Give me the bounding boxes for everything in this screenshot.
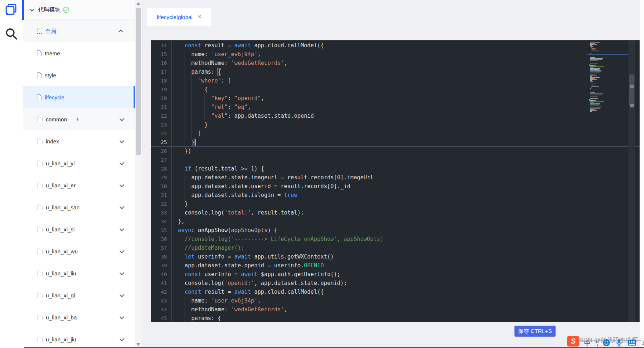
indent-guide (171, 226, 172, 235)
sidebar-item-全局[interactable]: 全局 (23, 20, 135, 42)
sidebar-item-style[interactable]: style (23, 64, 135, 86)
sidebar-item-u_lian_xi_jiu[interactable]: u_lian_xi_jiu (23, 328, 135, 348)
chevron-up-icon[interactable] (119, 30, 123, 34)
sidebar-item-u_lian_xi_ba[interactable]: u_lian_xi_ba (23, 306, 135, 328)
code-line-22: 22 "val": app.dataset.state.openid (151, 111, 640, 120)
indent-guide (204, 103, 205, 111)
chevron-down-icon[interactable] (120, 293, 124, 297)
indent-guide (171, 208, 172, 217)
microphone-icon[interactable] (615, 339, 623, 348)
line-number: 29 (151, 173, 167, 182)
active-rail-indicator (22, 0, 24, 20)
file-tree-header: 代码模块 (23, 0, 135, 20)
indent-guide (171, 94, 172, 103)
code-lines: 14 const result = await app.cloud.callMo… (151, 41, 640, 322)
indent-guide (185, 314, 185, 322)
indent-guide (204, 94, 205, 103)
sidebar-item-u_lian_xi_yi[interactable]: u_lian_xi_yi (23, 152, 135, 174)
code-line-44: 44 methodName: 'wedaGetRecords', (151, 305, 640, 314)
indent-guide (178, 261, 178, 270)
chevron-down-icon[interactable] (120, 117, 124, 121)
editor-minimap[interactable] (587, 40, 629, 322)
page-scrollbar[interactable] (640, 0, 644, 348)
indent-guide (191, 111, 192, 120)
scroll-down-arrow-icon[interactable] (137, 343, 140, 346)
item-label: u_lian_xi_yi (46, 160, 74, 166)
file-tree-panel: 代码模块 全局themestylelifecyclecommon+indexu_… (23, 0, 135, 348)
code-line-42: 42 const result = await app.cloud.callMo… (151, 287, 640, 296)
indent-guide (198, 85, 198, 94)
line-number: 16 (151, 59, 167, 67)
chevron-down-icon[interactable] (120, 161, 124, 165)
user-icon[interactable] (641, 339, 644, 348)
code-line-15: 15 name: 'user_ev6j94p', (151, 50, 640, 59)
sidebar-item-index[interactable]: index (23, 130, 135, 152)
chevron-down-icon[interactable] (120, 249, 124, 253)
tab-close-icon[interactable]: × (198, 13, 201, 21)
csdn-logo: S (567, 336, 579, 347)
indent-guide (171, 252, 172, 261)
add-icon[interactable]: + (76, 116, 79, 122)
line-number: 31 (151, 191, 167, 199)
folder-icon (37, 140, 43, 144)
line-number: 34 (151, 217, 167, 226)
sidebar-item-u_lian_xi_wu[interactable]: u_lian_xi_wu (23, 240, 135, 262)
indent-guide (185, 120, 185, 129)
indent-guide (198, 103, 198, 111)
collapse-chevron-icon[interactable] (30, 7, 34, 12)
ime-chinese-mode-icon[interactable]: 中 (584, 339, 590, 348)
indent-guide (185, 59, 185, 67)
file-icon (37, 50, 42, 56)
search-icon[interactable] (5, 27, 18, 40)
indent-guide (178, 138, 178, 147)
code-line-21: 21 "rel": "eq", (151, 103, 640, 111)
chevron-down-icon[interactable] (120, 139, 124, 143)
sidebar-scrollbar-thumb[interactable] (136, 8, 141, 155)
chevron-down-icon[interactable] (120, 271, 124, 275)
chevron-down-icon[interactable] (120, 337, 124, 341)
indent-guide (171, 67, 172, 76)
sidebar-item-u_lian_xi_san[interactable]: u_lian_xi_san (23, 196, 135, 218)
chevron-down-icon[interactable] (120, 183, 124, 187)
sidebar-item-u_lian_xi_liu[interactable]: u_lian_xi_liu (23, 262, 135, 284)
indent-guide (178, 270, 178, 279)
chevron-down-icon[interactable] (120, 205, 124, 209)
editor-tab[interactable]: lifecycle|global × (147, 8, 211, 26)
chevron-down-icon[interactable] (120, 315, 124, 319)
indent-guide (171, 103, 172, 111)
sidebar-item-theme[interactable]: theme (23, 42, 135, 64)
save-button[interactable]: 保存 CTRL+S (514, 326, 556, 337)
indent-guide (178, 59, 178, 67)
sidebar-item-common[interactable]: common+ (23, 108, 135, 130)
indent-guide (171, 270, 172, 279)
keyboard-icon[interactable] (628, 340, 636, 347)
indent-guide (171, 76, 172, 85)
emoji-icon[interactable] (603, 339, 610, 348)
code-line-31: 31 app.dataset.state.islogin = true (151, 191, 640, 199)
check-circle-icon (63, 7, 69, 13)
sidebar-item-lifecycle[interactable]: lifecycle (23, 86, 135, 108)
sidebar-item-u_lian_xi_er[interactable]: u_lian_xi_er (23, 174, 135, 196)
indent-guide (178, 235, 178, 243)
editor-scrollbar[interactable] (629, 40, 635, 322)
scrollbar-decoration (630, 104, 634, 107)
folder-icon (37, 162, 43, 166)
editor-scrollbar-thumb[interactable] (629, 74, 634, 105)
sidebar-item-u_lian_xi_si[interactable]: u_lian_xi_si (23, 218, 135, 240)
ime-punctuation-icon[interactable]: ’, (596, 340, 597, 347)
code-line-36: 36 //console.log('---------> LifeCycle o… (151, 235, 640, 243)
code-line-19: 19 { (151, 85, 640, 94)
indent-guide (178, 208, 178, 217)
indent-guide (185, 50, 185, 59)
sidebar-scrollbar[interactable] (135, 0, 142, 348)
file-tree-list: 全局themestylelifecyclecommon+indexu_lian_… (23, 20, 135, 348)
indent-guide (171, 287, 172, 296)
sidebar-item-u_lian_xi_qi[interactable]: u_lian_xi_qi (23, 284, 135, 306)
indent-guide (185, 111, 185, 120)
chevron-down-icon[interactable] (120, 227, 124, 231)
line-number: 27 (151, 155, 167, 164)
code-editor[interactable]: 14 const result = await app.cloud.callMo… (151, 40, 640, 322)
code-module-icon[interactable] (5, 3, 18, 16)
indent-guide (178, 173, 178, 182)
scroll-up-arrow-icon[interactable] (137, 2, 140, 5)
